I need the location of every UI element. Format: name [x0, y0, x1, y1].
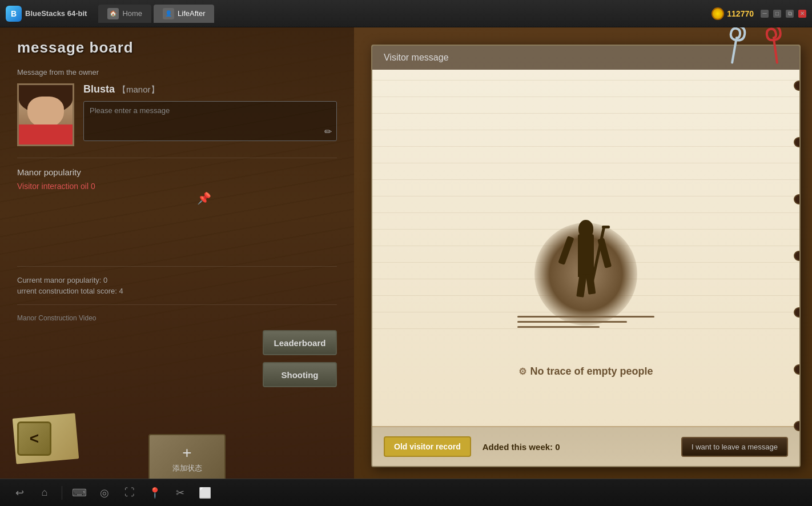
app-name: BlueStacks 64-bit: [25, 9, 87, 18]
pin-decoration: 📌: [197, 191, 211, 205]
visitor-message-label: Visitor message: [384, 53, 449, 62]
added-this-week: Added this week: 0: [483, 442, 670, 452]
popularity-label: Manor popularity: [17, 167, 337, 177]
tab-home[interactable]: 🏠 Home: [98, 5, 151, 23]
empty-state: ⚙ No trace of empty people: [506, 81, 666, 450]
taskbar-map-icon[interactable]: 📍: [147, 485, 163, 501]
binding-hole-7: [794, 421, 801, 431]
divider-2: [17, 266, 337, 267]
taskbar-keyboard-icon[interactable]: ⌨: [71, 485, 87, 501]
divider-3: [17, 304, 337, 305]
taskbar-fullscreen-icon[interactable]: ⛶: [122, 485, 138, 501]
construction-score: urrent construction total score: 4: [17, 287, 337, 295]
leave-message-label: I want to leave a message: [692, 443, 778, 451]
game-tab-icon: 👤: [163, 8, 174, 19]
back-button[interactable]: <: [17, 421, 51, 456]
edit-icon[interactable]: ✏: [324, 126, 332, 137]
empty-icon: ⚙: [518, 366, 526, 377]
taskbar-back-icon[interactable]: ↩: [11, 485, 27, 501]
taskbar-home-icon[interactable]: ⌂: [37, 485, 53, 501]
notebook: Visitor message: [371, 45, 801, 467]
popularity-section: Manor popularity Visitor interaction oil…: [17, 167, 337, 191]
coin-display: 112770: [711, 7, 754, 20]
coin-amount: 112770: [727, 9, 754, 18]
owner-section: Blusta 【manor】 Please enter a message ✏: [17, 83, 337, 146]
page-title: message board: [17, 39, 337, 57]
shooting-button[interactable]: Shooting: [263, 362, 337, 387]
old-record-label: Old visitor record: [394, 442, 461, 451]
binding-holes: [794, 46, 801, 466]
visitor-oil: Visitor interaction oil 0: [17, 182, 337, 191]
notebook-content: ⚙ No trace of empty people: [372, 70, 799, 461]
message-placeholder: Please enter a message: [90, 106, 170, 115]
maximize-button[interactable]: □: [773, 10, 781, 18]
taskbar-cut-icon[interactable]: ✂: [172, 485, 188, 501]
empty-message: No trace of empty people: [530, 366, 653, 378]
window-controls: ─ □ ⧉ ✕: [761, 10, 806, 18]
owner-tag: 【manor】: [118, 85, 159, 94]
right-panel: Visitor message: [354, 27, 812, 479]
avatar-frame: [17, 83, 74, 146]
avatar-face: [27, 97, 64, 128]
leaderboard-button[interactable]: Leaderboard: [263, 330, 337, 355]
empty-text: ⚙ No trace of empty people: [518, 366, 653, 378]
binding-hole-4: [794, 251, 801, 261]
manor-video-label: Manor Construction Video: [17, 314, 337, 322]
avatar-image: [19, 85, 73, 144]
taskbar: ↩ ⌂ ⌨ ◎ ⛶ 📍 ✂ ⬜: [0, 479, 812, 506]
binding-hole-5: [794, 307, 801, 318]
add-photo-label: 添加状态: [172, 463, 202, 473]
stats-section: Current manor popularity: 0 urrent const…: [17, 276, 337, 295]
silhouette-illustration: [506, 171, 666, 354]
owner-name: Blusta 【manor】: [83, 83, 337, 95]
close-button[interactable]: ✕: [798, 10, 806, 18]
add-photo-button[interactable]: + 添加状态: [148, 434, 226, 479]
binding-hole-1: [794, 81, 801, 91]
notebook-bottom: Old visitor record Added this week: 0 I …: [372, 426, 799, 466]
avatar-body: [19, 125, 73, 144]
taskbar-eye-icon[interactable]: ◎: [97, 485, 112, 501]
horizon-lines: [517, 316, 654, 331]
titlebar: B BlueStacks 64-bit 🏠 Home 👤 LifeAfter 1…: [0, 0, 812, 27]
binding-hole-2: [794, 137, 801, 147]
binding-hole-3: [794, 194, 801, 204]
current-popularity: Current manor popularity: 0: [17, 276, 337, 284]
taskbar-separator-1: [62, 486, 62, 500]
back-icon: <: [30, 429, 39, 448]
home-tab-icon: 🏠: [107, 8, 119, 19]
back-button-wrapper: <: [17, 421, 51, 456]
paperclip-red: [757, 27, 792, 73]
tab-lifeafter[interactable]: 👤 LifeAfter: [154, 5, 214, 23]
minimize-button[interactable]: ─: [761, 10, 769, 18]
old-visitor-record-button[interactable]: Old visitor record: [384, 436, 471, 457]
bluestacks-icon: B: [6, 6, 22, 22]
left-panel: message board Message from the owner Blu…: [0, 27, 354, 479]
divider-1: [17, 158, 337, 158]
bluestacks-logo: B BlueStacks 64-bit: [6, 6, 87, 22]
message-input[interactable]: Please enter a message ✏: [83, 101, 337, 141]
restore-button[interactable]: ⧉: [786, 10, 794, 18]
titlebar-right: 112770 ─ □ ⧉ ✕: [711, 7, 806, 20]
game-area: message board Message from the owner Blu…: [0, 27, 812, 479]
leave-message-button[interactable]: I want to leave a message: [681, 437, 788, 457]
tab-game-label: LifeAfter: [178, 9, 205, 18]
add-icon: +: [182, 444, 191, 462]
owner-info: Blusta 【manor】 Please enter a message ✏: [83, 83, 337, 141]
binding-hole-6: [794, 364, 801, 375]
message-owner-label: Message from the owner: [17, 68, 337, 77]
tab-home-label: Home: [122, 9, 142, 18]
coin-icon: [711, 7, 724, 20]
taskbar-box-icon[interactable]: ⬜: [197, 485, 213, 501]
